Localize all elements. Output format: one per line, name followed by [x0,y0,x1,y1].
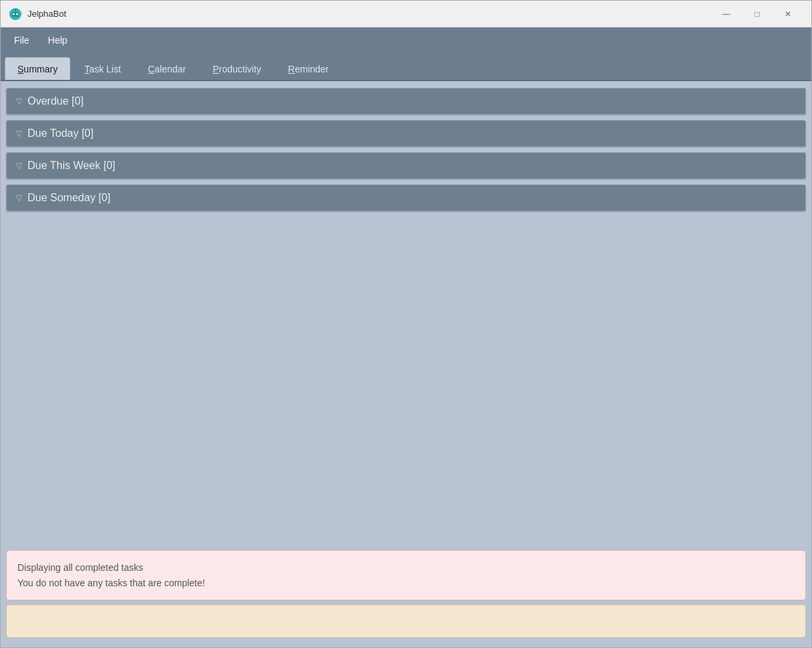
title-bar: JelphaBot — □ ✕ [1,1,811,28]
tab-reminder[interactable]: Reminder [276,57,342,80]
svg-point-3 [16,13,18,15]
completed-line1: Displaying all completed tasks [17,560,795,575]
svg-point-2 [13,13,15,15]
chevron-overdue-icon: ▽ [16,97,22,106]
tab-task-list[interactable]: Task List [72,57,133,80]
tab-calendar[interactable]: Calendar [135,57,198,80]
chevron-due-today-icon: ▽ [16,129,22,138]
menu-help[interactable]: Help [40,32,76,48]
content-area: ▽ Overdue [0] ▽ Due Today [0] ▽ Due This… [1,81,811,647]
section-due-someday-label: Due Someday [0] [27,192,111,204]
title-bar-controls: — □ ✕ [711,3,803,25]
title-bar-left: JelphaBot [9,7,66,21]
tab-productivity[interactable]: Productivity [200,57,274,80]
section-due-today-label: Due Today [0] [27,127,93,140]
chevron-due-this-week-icon: ▽ [16,161,22,170]
section-overdue-label: Overdue [0] [27,95,84,107]
bottom-area: Displaying all completed tasks You do no… [1,546,811,647]
minimize-button[interactable]: — [711,3,742,25]
sections-area: ▽ Overdue [0] ▽ Due Today [0] ▽ Due This… [6,88,806,211]
app-title: JelphaBot [27,9,66,19]
section-due-someday[interactable]: ▽ Due Someday [0] [6,184,806,211]
completed-line2: You do not have any tasks that are compl… [17,576,795,590]
menu-file[interactable]: File [6,32,38,48]
app-icon [9,7,22,21]
section-overdue[interactable]: ▽ Overdue [0] [6,88,806,115]
section-due-this-week[interactable]: ▽ Due This Week [0] [6,152,806,179]
section-due-today[interactable]: ▽ Due Today [0] [6,120,806,147]
input-panel[interactable] [6,604,806,638]
menu-bar: File Help [1,28,811,53]
app-window: JelphaBot — □ ✕ File Help Summary Task L… [0,0,812,648]
close-button[interactable]: ✕ [772,3,803,25]
tab-summary[interactable]: Summary [5,57,70,80]
tabs-bar: Summary Task List Calendar Productivity … [1,53,811,81]
section-due-this-week-label: Due This Week [0] [27,160,115,172]
maximize-button[interactable]: □ [742,3,772,25]
svg-point-5 [15,9,16,11]
chevron-due-someday-icon: ▽ [16,193,22,203]
completed-panel: Displaying all completed tasks You do no… [6,550,806,600]
